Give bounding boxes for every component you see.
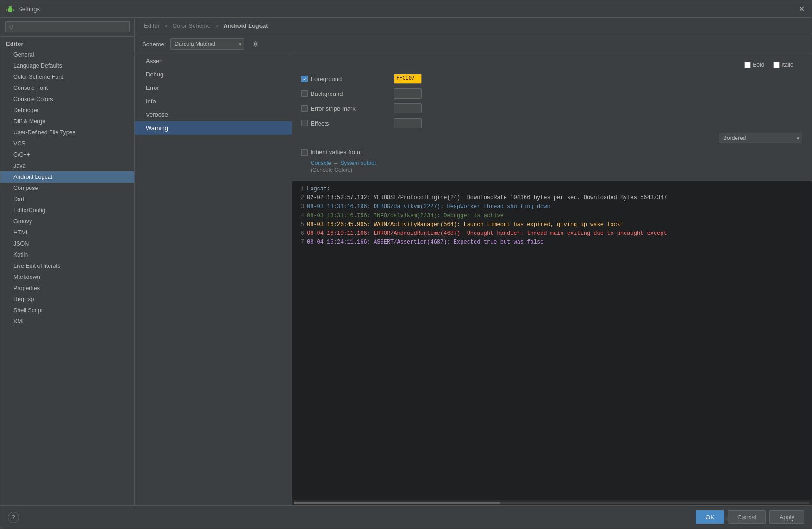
help-button[interactable]: ? — [8, 512, 19, 523]
sidebar-section: Editor General Language Defaults Color S… — [0, 37, 134, 505]
sidebar-item-cpp[interactable]: C/C++ — [0, 149, 134, 160]
sidebar-item-console-font[interactable]: Console Font — [0, 82, 134, 94]
breadcrumb-part-2: Color Scheme — [173, 22, 211, 29]
error-stripe-label-group: Error stripe mark — [301, 105, 394, 112]
breadcrumb: Editor › Color Scheme › Android Logcat — [135, 18, 812, 34]
effects-color-box[interactable] — [394, 118, 422, 128]
category-verbose[interactable]: Verbose — [135, 108, 292, 121]
line-numbers: 1 2 3 4 5 6 7 — [292, 181, 307, 500]
category-list: Assert Debug Error Info Verbose Warning — [135, 54, 292, 505]
preview-content: 1 2 3 4 5 6 7 Logcat: 02-02 18:52:57.132… — [292, 181, 812, 500]
inherit-label: Inherit values from: — [311, 149, 362, 156]
italic-label: Italic — [781, 62, 793, 68]
code-line-4: 08-03 13:31:16.756: INFO/dalvikvm(2234):… — [307, 212, 812, 220]
line-num-5: 5 — [295, 220, 304, 229]
background-checkbox[interactable] — [301, 90, 308, 97]
line-num-4: 4 — [295, 212, 304, 220]
sidebar-item-markdown[interactable]: Markdown — [0, 271, 134, 283]
sidebar-item-xml[interactable]: XML — [0, 316, 134, 327]
background-color-box[interactable] — [394, 88, 422, 99]
svg-line-3 — [13, 9, 14, 11]
category-info[interactable]: Info — [135, 94, 292, 108]
code-line-1: Logcat: — [307, 185, 812, 194]
titlebar-left: Settings — [6, 5, 40, 13]
sidebar-item-editorconfig[interactable]: EditorConfig — [0, 205, 134, 216]
sidebar-item-console-colors[interactable]: Console Colors — [0, 94, 134, 105]
scheme-select[interactable]: Darcula Material Darcula IntelliJ Light … — [170, 38, 244, 50]
scheme-select-wrapper: Darcula Material Darcula IntelliJ Light … — [170, 38, 244, 50]
titlebar-title: Settings — [18, 6, 40, 13]
sidebar-item-live-edit[interactable]: Live Edit of literals — [0, 260, 134, 271]
inherit-link-system-output[interactable]: System output — [340, 160, 376, 166]
inherit-link-console[interactable]: Console — [311, 160, 331, 166]
sidebar-item-color-scheme-font[interactable]: Color Scheme Font — [0, 71, 134, 82]
scrollbar-thumb[interactable] — [294, 502, 500, 504]
effects-select[interactable]: Bordered Box Underline Bold Underline Do… — [719, 133, 802, 143]
effects-row: Effects — [301, 118, 802, 128]
effects-label: Effects — [311, 120, 329, 127]
italic-checkbox[interactable] — [773, 62, 780, 68]
sidebar-item-shell-script[interactable]: Shell Script — [0, 305, 134, 316]
close-button[interactable]: ✕ — [797, 4, 806, 13]
button-group: OK Cancel Apply — [696, 510, 804, 524]
sidebar-item-compose[interactable]: Compose — [0, 183, 134, 194]
svg-point-6 — [255, 43, 257, 45]
sidebar-item-kotlin[interactable]: Kotlin — [0, 249, 134, 260]
breadcrumb-part-3: Android Logcat — [224, 22, 268, 29]
line-num-6: 6 — [295, 229, 304, 238]
sidebar-item-dart[interactable]: Dart — [0, 194, 134, 205]
line-num-2: 2 — [295, 194, 304, 202]
background-row: Background — [301, 88, 802, 99]
color-settings: Bold Italic Foreground — [292, 54, 812, 181]
sidebar-item-vcs[interactable]: VCS — [0, 138, 134, 149]
content-area: Editor General Language Defaults Color S… — [0, 18, 812, 505]
foreground-checkbox[interactable] — [301, 76, 308, 82]
sidebar-item-general[interactable]: General — [0, 49, 134, 60]
effects-checkbox[interactable] — [301, 120, 308, 126]
scheme-label: Scheme: — [142, 41, 166, 48]
sidebar-item-html[interactable]: HTML — [0, 227, 134, 238]
sidebar-item-user-defined[interactable]: User-Defined File Types — [0, 127, 134, 138]
settings-dialog: Settings ✕ Editor General Language Defau… — [0, 0, 812, 529]
svg-line-5 — [11, 6, 12, 7]
cancel-button[interactable]: Cancel — [728, 510, 766, 524]
preview-area: 1 2 3 4 5 6 7 Logcat: 02-02 18:52:57.132… — [292, 181, 812, 505]
gear-button[interactable] — [249, 38, 262, 50]
ok-button[interactable]: OK — [696, 510, 724, 524]
sidebar-item-debugger[interactable]: Debugger — [0, 105, 134, 116]
background-label-group: Background — [301, 90, 394, 97]
sidebar-item-language-defaults[interactable]: Language Defaults — [0, 60, 134, 71]
sidebar-item-groovy[interactable]: Groovy — [0, 216, 134, 227]
code-line-6: 08-04 16:19:11.166: ERROR/AndroidRuntime… — [307, 229, 812, 238]
code-line-3: 08-03 13:31:16.196: DEBUG/dalvikvm(2227)… — [307, 202, 812, 211]
effects-dropdown-row: Bordered Box Underline Bold Underline Do… — [301, 133, 802, 143]
bold-checkbox[interactable] — [744, 62, 751, 68]
scrollbar-track — [294, 502, 810, 504]
svg-rect-0 — [8, 8, 12, 12]
apply-button[interactable]: Apply — [769, 510, 804, 524]
sidebar-item-java[interactable]: Java — [0, 160, 134, 171]
category-assert[interactable]: Assert — [135, 54, 292, 68]
error-stripe-label: Error stripe mark — [311, 105, 356, 112]
scheme-bar: Scheme: Darcula Material Darcula Intelli… — [135, 34, 812, 54]
category-error[interactable]: Error — [135, 81, 292, 94]
bold-label: Bold — [753, 62, 764, 68]
breadcrumb-sep-2: › — [216, 22, 218, 29]
sidebar-item-regexp[interactable]: RegExp — [0, 294, 134, 305]
scrollbar-area[interactable] — [292, 500, 812, 505]
error-stripe-checkbox[interactable] — [301, 105, 308, 112]
inherit-checkbox[interactable] — [301, 149, 308, 156]
code-line-7: 08-04 16:24:11.166: ASSERT/Assertion(468… — [307, 238, 812, 247]
category-warning[interactable]: Warning — [135, 121, 292, 135]
sidebar-item-diff-merge[interactable]: Diff & Merge — [0, 116, 134, 127]
foreground-color-box[interactable]: FFC107 — [394, 74, 422, 84]
svg-line-4 — [9, 6, 9, 7]
sidebar-item-json[interactable]: JSON — [0, 238, 134, 249]
search-input[interactable] — [5, 21, 130, 32]
category-debug[interactable]: Debug — [135, 68, 292, 81]
error-stripe-color-box[interactable] — [394, 103, 422, 113]
sidebar-item-properties[interactable]: Properties — [0, 283, 134, 294]
effects-label-group: Effects — [301, 120, 394, 127]
sidebar-item-android-logcat[interactable]: Android Logcat — [0, 171, 134, 183]
breadcrumb-sep-1: › — [165, 22, 167, 29]
